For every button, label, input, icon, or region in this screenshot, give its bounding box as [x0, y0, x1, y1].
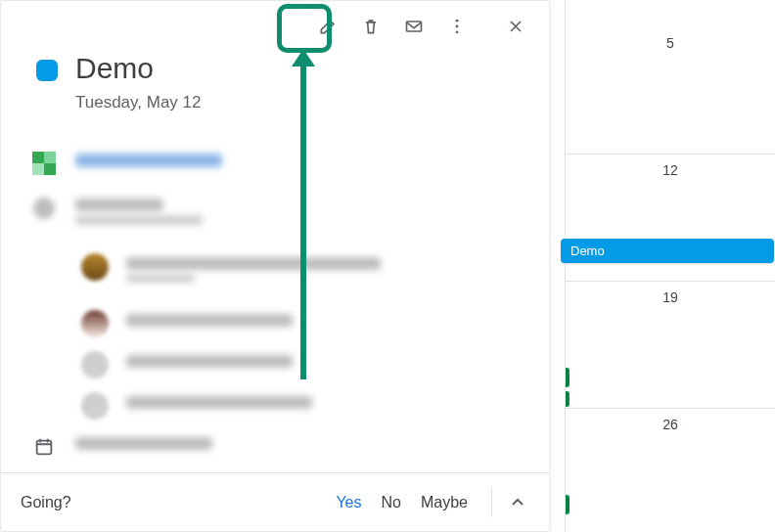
calendar-cell[interactable]: 12 Demo: [566, 155, 775, 282]
guest-row[interactable]: [81, 392, 529, 420]
calendar-cell[interactable]: 5: [566, 27, 775, 155]
calendar-icon: [30, 433, 58, 461]
calendar-cell[interactable]: 26: [566, 409, 775, 532]
email-guests-button[interactable]: [394, 9, 433, 48]
edit-button[interactable]: [308, 9, 347, 48]
guests-summary-row: [30, 195, 529, 229]
calendar-event-tick: [566, 495, 570, 514]
calendar-event-tick: [566, 368, 570, 387]
rsvp-separator: [491, 488, 492, 517]
svg-point-2: [456, 25, 459, 28]
conference-link[interactable]: [75, 154, 222, 167]
calendar-event-chip[interactable]: Demo: [561, 239, 774, 263]
close-button[interactable]: [496, 9, 535, 48]
close-icon: [506, 17, 525, 40]
chevron-up-icon: [506, 501, 529, 517]
avatar: [81, 310, 109, 337]
svg-point-3: [456, 30, 459, 33]
event-title: Demo: [75, 52, 154, 85]
delete-button[interactable]: [351, 9, 390, 48]
event-toolbar: [308, 9, 535, 48]
rsvp-bar: Going? Yes No Maybe: [1, 472, 549, 531]
calendar-row: [30, 433, 529, 461]
calendar-day-number: 19: [566, 282, 775, 305]
svg-point-1: [456, 20, 459, 22]
calendar-event-tick: [566, 391, 570, 407]
event-color-swatch: [36, 60, 58, 81]
delete-icon: [361, 17, 381, 40]
rsvp-question: Going?: [21, 494, 71, 511]
people-icon: [30, 195, 58, 222]
rsvp-maybe[interactable]: Maybe: [421, 494, 468, 511]
avatar: [81, 351, 109, 378]
edit-icon: [318, 17, 338, 40]
event-details-card: Demo Tuesday, May 12: [0, 0, 550, 532]
guest-row[interactable]: [81, 351, 529, 378]
conference-row[interactable]: [30, 150, 529, 177]
avatar: [81, 253, 109, 281]
rsvp-more-button[interactable]: [506, 491, 529, 514]
rsvp-no[interactable]: No: [382, 494, 401, 511]
svg-rect-4: [37, 441, 52, 455]
calendar-grid: 5 12 Demo 19 26: [565, 0, 775, 532]
mail-icon: [404, 17, 424, 40]
calendar-cell[interactable]: 19: [566, 282, 775, 409]
rsvp-yes[interactable]: Yes: [336, 494, 361, 511]
svg-rect-0: [407, 22, 422, 31]
event-date: Tuesday, May 12: [75, 93, 202, 112]
calendar-day-number: 12: [566, 155, 775, 178]
calendar-day-number: 26: [566, 409, 775, 432]
guest-row[interactable]: [81, 310, 529, 337]
avatar: [81, 392, 109, 420]
more-icon: [447, 17, 467, 40]
more-options-button[interactable]: [437, 9, 477, 48]
guest-row[interactable]: [81, 253, 529, 287]
calendar-day-number: 5: [566, 27, 775, 51]
meet-icon: [30, 150, 58, 177]
